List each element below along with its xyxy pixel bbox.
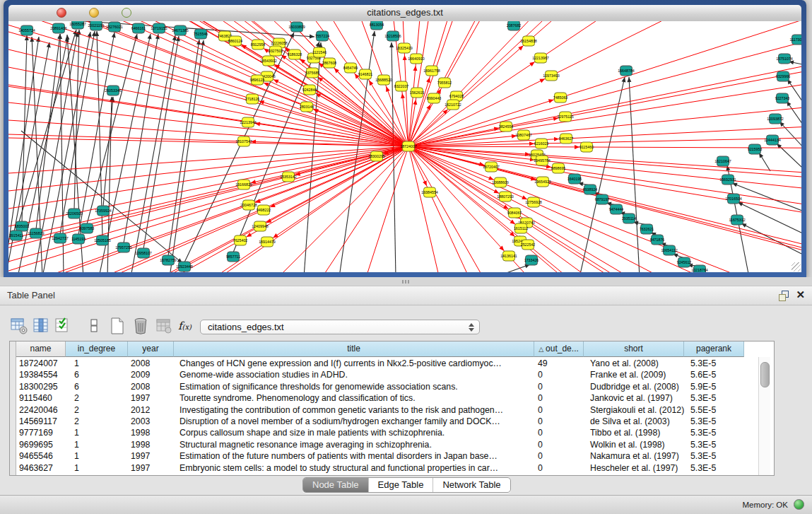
divider-grip-icon[interactable] [402, 280, 411, 284]
table-cell[interactable]: 2008 [128, 381, 174, 392]
table-cell[interactable]: 9465546 [16, 450, 66, 462]
table-cell[interactable]: 1997 [128, 450, 174, 462]
table-mode-icon[interactable] [10, 317, 28, 335]
table-cell[interactable]: 0 [534, 404, 584, 416]
table-cell[interactable]: Estimation of the future numbers of pati… [174, 450, 534, 462]
table-cell[interactable]: 5.9E-5 [684, 381, 744, 392]
header-cell[interactable]: title [174, 341, 534, 357]
network-graph[interactable]: 1872400774638228860124891295412226058932… [8, 21, 801, 272]
table-cell[interactable]: 0 [534, 439, 584, 450]
table-cell[interactable]: Tibbo et al. (1998) [584, 427, 684, 438]
table-cell[interactable]: 2008 [128, 358, 174, 369]
table-cell[interactable]: 5.3E-5 [684, 439, 744, 450]
show-columns-icon[interactable] [32, 317, 50, 335]
table-row[interactable]: 946554611997Estimation of the future num… [16, 450, 744, 462]
function-builder-icon[interactable]: f(x) [178, 320, 192, 332]
table-cell[interactable]: 9463627 [16, 462, 66, 474]
table-cell[interactable]: 2 [66, 404, 128, 416]
table-cell[interactable]: 1997 [128, 392, 174, 404]
table-cell[interactable]: 2003 [128, 416, 174, 427]
table-cell[interactable]: 49 [534, 358, 584, 369]
table-cell[interactable]: 0 [534, 416, 584, 427]
table-cell[interactable]: 9777169 [16, 427, 66, 438]
table-cell[interactable]: 0 [534, 381, 584, 392]
table-cell[interactable]: 5.3E-5 [684, 450, 744, 462]
table-cell[interactable]: Disruption of a novel member of a sodium… [174, 416, 534, 427]
table-cell[interactable]: 2 [66, 392, 128, 404]
table-cell[interactable]: 0 [534, 392, 584, 404]
table-cell[interactable]: 5.3E-5 [684, 462, 744, 474]
clear-selection-icon[interactable] [85, 317, 103, 335]
table-row[interactable]: 911546021997Tourette syndrome. Phenomeno… [16, 392, 744, 404]
table-cell[interactable]: Embryonic stem cells: a model to study s… [174, 462, 534, 474]
table-row[interactable]: 969969511998Structural magnetic resonanc… [16, 439, 744, 450]
table-cell[interactable]: Corpus callosum shape and size in male p… [174, 427, 534, 438]
table-cell[interactable]: 0 [534, 369, 584, 380]
header-cell[interactable]: short [584, 341, 684, 357]
network-canvas[interactable]: 1872400774638228860124891295412226058932… [8, 21, 801, 272]
table-cell[interactable]: Estimation of significance thresholds fo… [174, 381, 534, 392]
create-column-icon[interactable] [108, 317, 126, 335]
canvas-resize-grip[interactable] [792, 262, 801, 271]
table-row[interactable]: 977716911998Corpus callosum shape and si… [16, 427, 744, 438]
network-window[interactable]: citations_edges.txt 18724007746382288601… [4, 0, 806, 277]
header-cell[interactable]: in_degree [66, 341, 128, 357]
table-cell[interactable]: 14569117 [16, 416, 66, 427]
table-cell[interactable]: 2009 [128, 369, 174, 380]
table-cell[interactable]: Structural magnetic resonance image aver… [174, 439, 534, 450]
table-cell[interactable]: 0 [534, 450, 584, 462]
header-cell[interactable]: △out_de... [534, 341, 584, 357]
table-cell[interactable]: 2 [66, 416, 128, 427]
table-cell[interactable]: 5.3E-5 [684, 392, 744, 404]
table-cell[interactable]: 1 [66, 462, 128, 474]
table-cell[interactable]: Nakamura et al. (1997) [584, 450, 684, 462]
table-cell[interactable]: 1998 [128, 427, 174, 438]
table-cell[interactable]: de Silva et al. (2003) [584, 416, 684, 427]
table-cell[interactable]: Dudbridge et al. (2008) [584, 381, 684, 392]
table-cell[interactable]: 1 [66, 358, 128, 369]
table-cell[interactable]: 6 [66, 381, 128, 392]
table-cell[interactable]: 5.3E-5 [684, 358, 744, 369]
table-cell[interactable]: 1 [66, 439, 128, 450]
table-cell[interactable]: 0 [534, 427, 584, 438]
table-cell[interactable]: Genome-wide association studies in ADHD. [174, 369, 534, 380]
table-cell[interactable]: 1 [66, 450, 128, 462]
table-cell[interactable]: 1997 [128, 462, 174, 474]
float-panel-icon[interactable] [779, 291, 789, 300]
table-cell[interactable]: Tourette syndrome. Phenomenology and cla… [174, 392, 534, 404]
table-cell[interactable]: Yano et al. (2008) [584, 358, 684, 369]
close-panel-icon[interactable]: ✕ [796, 288, 805, 301]
table-cell[interactable]: Stergiakouli et al. (2012) [584, 404, 684, 416]
table-cell[interactable]: 22420046 [16, 404, 66, 416]
table-cell[interactable]: 5.3E-5 [684, 427, 744, 438]
header-cell[interactable]: name [16, 341, 66, 357]
tab-edge-table[interactable]: Edge Table [368, 478, 433, 492]
table-row[interactable]: 1830029562008Estimation of significance … [16, 381, 744, 392]
table-cell[interactable]: 19384554 [16, 369, 66, 380]
delete-table-icon[interactable] [155, 317, 173, 335]
tab-node-table[interactable]: Node Table [303, 478, 368, 492]
table-cell[interactable]: 1 [66, 427, 128, 438]
select-all-icon[interactable] [54, 317, 72, 335]
table-cell[interactable]: Wolkin et al. (1998) [584, 439, 684, 450]
table-cell[interactable]: 5.3E-5 [684, 416, 744, 427]
network-window-titlebar[interactable]: citations_edges.txt [8, 5, 801, 22]
table-select[interactable]: citations_edges.txt [200, 320, 480, 334]
table-cell[interactable]: 9115460 [16, 392, 66, 404]
table-cell[interactable]: 1998 [128, 439, 174, 450]
panel-divider[interactable] [0, 277, 812, 286]
table-cell[interactable]: 9699695 [16, 439, 66, 450]
table-cell[interactable]: Investigating the contribution of common… [174, 404, 534, 416]
tab-network-table[interactable]: Network Table [433, 478, 510, 492]
table-row[interactable]: 946362711997Embryonic stem cells: a mode… [16, 462, 744, 474]
table-cell[interactable]: 18300295 [16, 381, 66, 392]
table-cell[interactable]: 2012 [128, 404, 174, 416]
table-scrollbar-thumb[interactable] [760, 362, 770, 387]
table-row[interactable]: 1872400712008Changes of HCN gene express… [16, 358, 744, 369]
table-row[interactable]: 1938455462009Genome-wide association stu… [16, 369, 744, 380]
table-cell[interactable]: Hescheler et al. (1997) [584, 462, 684, 474]
table-cell[interactable]: 5.5E-5 [684, 404, 744, 416]
header-cell[interactable]: year [128, 341, 174, 357]
table-cell[interactable]: 5.6E-5 [684, 369, 744, 380]
delete-column-icon[interactable] [131, 317, 150, 335]
